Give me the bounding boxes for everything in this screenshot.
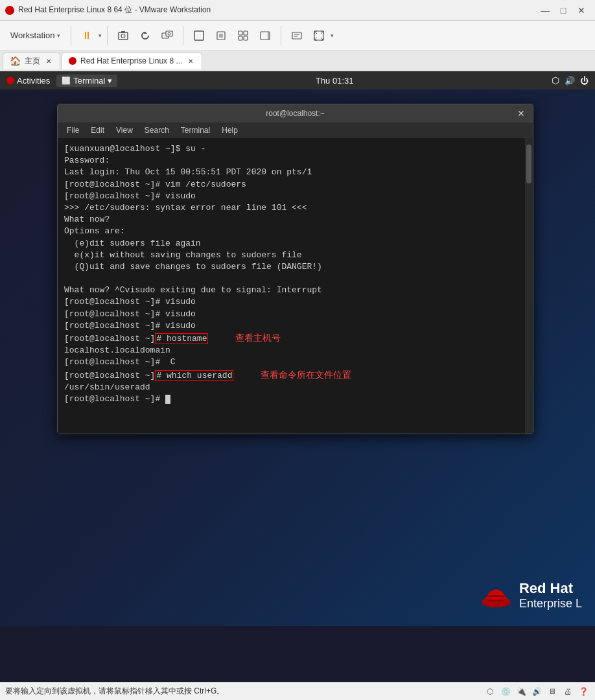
network-status-icon[interactable]: ⬡ <box>484 685 496 698</box>
revert-button[interactable] <box>135 25 156 46</box>
svg-rect-22 <box>485 597 506 600</box>
which-annotation: 查看命令所在文件位置 <box>261 369 351 380</box>
send-ctrl-alt-del-button[interactable] <box>286 25 307 46</box>
terminal-icon: ⬜ <box>62 76 71 85</box>
terminal-close-button[interactable]: ✕ <box>515 107 528 120</box>
minimize-button[interactable]: — <box>537 4 554 17</box>
which-line: [root@localhost ~]# which useradd 查看命令所在… <box>64 371 351 380</box>
view-fit-button[interactable] <box>309 25 329 46</box>
scrollbar-thumb[interactable] <box>526 145 531 183</box>
redhat-text-block: Red Hat Enterprise L <box>519 580 582 611</box>
disk-status-icon[interactable]: 💿 <box>499 685 512 698</box>
home-tab[interactable]: 🏠 主页 ✕ <box>3 52 60 69</box>
terminal-menu-file[interactable]: File <box>62 124 84 136</box>
view-fullscreen-button[interactable] <box>211 25 231 46</box>
terminal-menu-terminal[interactable]: Terminal <box>176 124 215 136</box>
printer-status-icon[interactable]: 🖨 <box>561 685 574 698</box>
network-icon[interactable]: ⬡ <box>552 75 559 86</box>
svg-rect-8 <box>219 34 223 38</box>
terminal-menu-edit[interactable]: Edit <box>86 124 110 136</box>
gnome-activities-button[interactable]: Activities <box>6 76 50 86</box>
view-unity-button[interactable] <box>233 25 253 46</box>
terminal-menu-bar: File Edit View Search Terminal Help <box>58 122 533 138</box>
hostname-result: localhost.localdomain <box>64 345 170 355</box>
help-status-icon[interactable]: ❓ <box>577 685 590 698</box>
terminal-menu-view[interactable]: View <box>111 124 138 136</box>
toolbar-group-1: ⏸ ▾ <box>76 25 102 46</box>
gnome-bar-left: Activities ⬜ Terminal ▾ <box>6 75 117 87</box>
maximize-button[interactable]: □ <box>555 4 572 17</box>
terminal-window[interactable]: root@localhost:~ ✕ File Edit View Search… <box>57 104 533 434</box>
menu-separator-3 <box>183 26 183 45</box>
vm-display[interactable]: Activities ⬜ Terminal ▾ Thu 01:31 ⬡ 🔊 ⏻ … <box>0 71 595 626</box>
vm-tab[interactable]: Red Hat Enterprise Linux 8 ... ✕ <box>62 52 202 69</box>
terminal-output: [xuanxuan@localhost ~]$ su - Password: L… <box>64 143 519 405</box>
workstation-label: Workstation <box>10 30 54 40</box>
display-status-icon[interactable]: 🖥 <box>546 685 559 698</box>
svg-rect-12 <box>244 36 248 40</box>
terminal-title: root@localhost:~ <box>76 109 515 118</box>
svg-rect-10 <box>244 31 248 35</box>
terminal-label: Terminal <box>73 76 105 86</box>
home-tab-close[interactable]: ✕ <box>44 56 53 65</box>
home-tab-label: 主页 <box>25 56 40 67</box>
terminal-menu-help[interactable]: Help <box>216 124 243 136</box>
status-icons: ⬡ 💿 🔌 🔊 🖥 🖨 ❓ <box>484 685 590 698</box>
view-tablet-button[interactable] <box>255 25 275 46</box>
terminal-content[interactable]: [xuanxuan@localhost ~]$ su - Password: L… <box>58 138 525 434</box>
snapshot-button[interactable] <box>113 25 134 46</box>
svg-rect-0 <box>119 32 128 40</box>
gnome-bar-center: Thu 01:31 <box>316 76 354 86</box>
svg-rect-11 <box>239 36 242 40</box>
redhat-brand-line1: Red Hat <box>519 580 582 597</box>
power-icon[interactable]: ⏻ <box>580 76 589 86</box>
terminal-title-bar: root@localhost:~ ✕ <box>58 104 533 122</box>
audio-icon[interactable]: 🔊 <box>565 76 575 86</box>
window-title: Red Hat Enterprise Linux 8 64 位 - VMware… <box>18 5 211 16</box>
workstation-dropdown-arrow: ▾ <box>57 32 60 39</box>
svg-rect-4 <box>166 31 172 36</box>
svg-point-1 <box>121 34 125 38</box>
terminal-dropdown-arrow: ▾ <box>108 76 112 86</box>
redhat-hat-icon <box>478 578 514 613</box>
pause-button[interactable]: ⏸ <box>76 25 97 46</box>
gnome-bar-right: ⬡ 🔊 ⏻ <box>552 75 589 86</box>
usb-status-icon[interactable]: 🔌 <box>515 685 528 698</box>
redhat-brand-line2: Enterprise L <box>519 597 582 611</box>
app-icon <box>5 6 14 15</box>
toolbar-group-3 <box>189 25 275 46</box>
redhat-logo-inner: Red Hat Enterprise L <box>478 578 582 613</box>
gnome-terminal-button[interactable]: ⬜ Terminal ▾ <box>56 75 117 87</box>
menu-separator-1 <box>71 26 71 45</box>
toolbar-group-4: ▾ <box>286 25 334 46</box>
title-bar-left: Red Hat Enterprise Linux 8 64 位 - VMware… <box>5 5 211 16</box>
terminal-body: [xuanxuan@localhost ~]$ su - Password: L… <box>58 138 533 434</box>
view-fit-dropdown-arrow: ▾ <box>331 32 334 39</box>
terminal-menu-search[interactable]: Search <box>139 124 174 136</box>
vm-tab-close[interactable]: ✕ <box>186 56 195 65</box>
vm-tab-icon <box>69 57 76 65</box>
snapshot-manager-button[interactable] <box>157 25 178 46</box>
close-button[interactable]: ✕ <box>573 4 590 17</box>
terminal-scrollbar[interactable] <box>525 138 533 434</box>
svg-rect-15 <box>292 32 301 39</box>
view-normal-button[interactable] <box>189 25 209 46</box>
status-text: 要将输入定向到该虚拟机，请将鼠标指针移入其中或按 Ctrl+G。 <box>5 686 224 697</box>
gnome-clock: Thu 01:31 <box>316 76 354 86</box>
workstation-menu[interactable]: Workstation ▾ <box>5 28 65 43</box>
status-bar: 要将输入定向到该虚拟机，请将鼠标指针移入其中或按 Ctrl+G。 ⬡ 💿 🔌 🔊… <box>0 682 595 700</box>
tab-bar: 🏠 主页 ✕ Red Hat Enterprise Linux 8 ... ✕ <box>0 51 595 71</box>
home-icon: 🏠 <box>10 56 21 66</box>
menu-bar: Workstation ▾ ⏸ ▾ <box>0 21 595 51</box>
hostname-line: [root@localhost ~]# hostname 查看主机号 <box>64 334 281 344</box>
svg-rect-2 <box>121 31 125 33</box>
which-result: /usr/sbin/useradd <box>64 382 150 392</box>
terminal-cursor <box>165 395 170 404</box>
gnome-bar: Activities ⬜ Terminal ▾ Thu 01:31 ⬡ 🔊 ⏻ <box>0 71 595 89</box>
menu-separator-4 <box>281 26 281 45</box>
audio-status-icon[interactable]: 🔊 <box>530 685 543 698</box>
redhat-logo: Red Hat Enterprise L <box>478 578 582 613</box>
pause-dropdown-arrow: ▾ <box>99 32 102 39</box>
title-bar-controls: — □ ✕ <box>537 4 590 17</box>
rhel-icon <box>6 76 14 84</box>
